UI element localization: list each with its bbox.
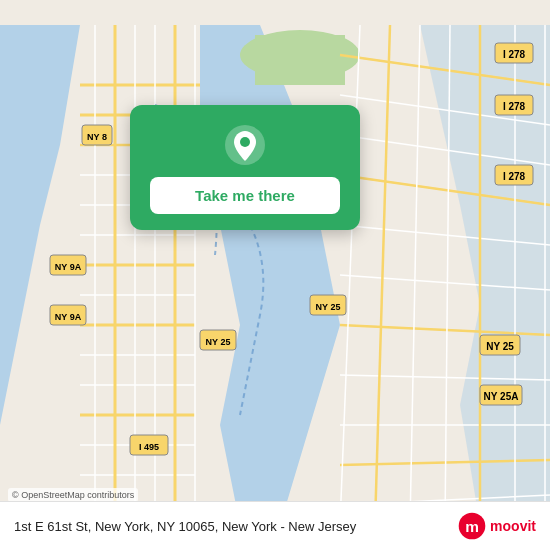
svg-text:NY 9A: NY 9A xyxy=(55,312,82,322)
moovit-logo: m moovit xyxy=(458,512,536,540)
svg-text:I 495: I 495 xyxy=(139,442,159,452)
svg-text:NY 8: NY 8 xyxy=(87,132,107,142)
bottom-bar: 1st E 61st St, New York, NY 10065, New Y… xyxy=(0,501,550,550)
map-container: I 278 I 278 I 278 NY 25 NY 25A NY 8 NY 9… xyxy=(0,0,550,550)
svg-text:I 278: I 278 xyxy=(503,49,526,60)
svg-text:NY 25: NY 25 xyxy=(206,337,231,347)
svg-text:NY 25: NY 25 xyxy=(486,341,514,352)
osm-attribution: © OpenStreetMap contributors xyxy=(8,488,138,502)
map-background: I 278 I 278 I 278 NY 25 NY 25A NY 8 NY 9… xyxy=(0,0,550,550)
address-text: 1st E 61st St, New York, NY 10065, New Y… xyxy=(14,519,458,534)
moovit-logo-icon: m xyxy=(458,512,486,540)
svg-point-68 xyxy=(240,137,250,147)
svg-text:NY 25: NY 25 xyxy=(316,302,341,312)
svg-text:NY 9A: NY 9A xyxy=(55,262,82,272)
take-me-there-button[interactable]: Take me there xyxy=(150,177,340,214)
moovit-text: moovit xyxy=(490,518,536,534)
svg-text:m: m xyxy=(465,518,479,535)
svg-rect-5 xyxy=(255,35,345,85)
location-pin-icon xyxy=(223,123,267,167)
svg-text:NY 25A: NY 25A xyxy=(484,391,519,402)
action-card: Take me there xyxy=(130,105,360,230)
svg-text:I 278: I 278 xyxy=(503,101,526,112)
svg-text:I 278: I 278 xyxy=(503,171,526,182)
